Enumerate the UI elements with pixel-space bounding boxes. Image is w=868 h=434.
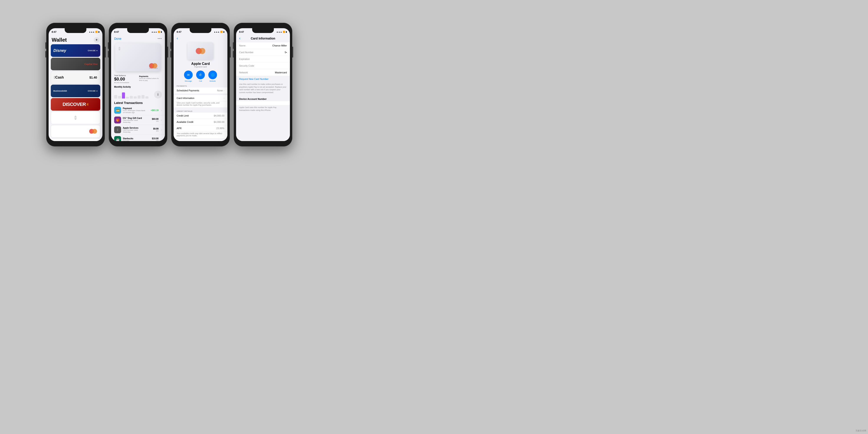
biz-debit-card[interactable]: BusinessDebit CHASE ♦ [51, 85, 100, 97]
transaction-dsg[interactable]: 🎁 CS * Dsg Gift Card Card Number Used Ye… [111, 115, 165, 125]
chevron-right-icon: › [224, 97, 224, 99]
signal-icon: ▲▲▲ [276, 31, 282, 33]
apple-sub: Card Number Used [123, 129, 152, 131]
battery-icon: ▮ [286, 31, 287, 33]
dsg-name: CS * Dsg Gift Card [123, 117, 150, 119]
call-action[interactable]: ✆ Call [196, 70, 205, 82]
samsclub-card[interactable]: Sam's Club [51, 138, 100, 141]
add-card-button[interactable]: + [94, 37, 99, 43]
power-button[interactable] [230, 46, 231, 58]
vol-up-button[interactable] [233, 42, 234, 49]
vol-down-button[interactable] [108, 51, 109, 58]
row-value: None [217, 89, 223, 92]
apr-note: Your available credit may take several d… [174, 131, 227, 140]
chevron-right-icon: › [161, 138, 162, 141]
pct-value: 3% [153, 130, 159, 132]
transaction-payment[interactable]: 💳 Payment From JPMorgan Chase Bank 14 mi… [111, 105, 165, 115]
card-information-row[interactable]: Card Information › [174, 95, 227, 101]
apple-card-small[interactable]:  [51, 112, 100, 124]
row-right: None › [217, 89, 224, 92]
power-button[interactable] [292, 46, 293, 58]
chase-logo: CHASE ♦ [88, 50, 98, 52]
dsg-time: Yesterday [123, 121, 150, 123]
website-action[interactable]: 🌐 Website [208, 70, 217, 82]
phone-3: 8:47 ▲▲▲ 📶 ▮ ‹ Apple Card Payment Card [171, 23, 230, 147]
message-action[interactable]: ✉ Message [184, 70, 193, 82]
credit-details-header: CREDIT DETAILS [174, 107, 227, 113]
apple-services-icon:  [114, 126, 121, 133]
bank-accounts-row[interactable]: Bank Accounts › [174, 140, 227, 141]
power-button[interactable] [167, 46, 168, 58]
notch [127, 28, 149, 33]
dan-row [236, 101, 290, 105]
row-right: › [224, 97, 224, 99]
transaction-apple[interactable]:  Apple Services Card Number Used Yester… [111, 125, 165, 135]
pct-value: 1% [152, 120, 159, 122]
vol-up-button[interactable] [170, 42, 171, 49]
mastercard-placeholder[interactable] [51, 125, 100, 137]
phone-1-screen: 8:47 ▲▲▲ 📶 ▮ Wallet + Disney CHASE ♦ Ca [49, 28, 102, 141]
website-icon: 🌐 [208, 70, 217, 79]
done-button[interactable]: Done [114, 37, 121, 40]
transaction-starbucks[interactable]: ☕ Starbucks Tuesday $10.00 2% › [111, 135, 165, 141]
call-icon: ✆ [196, 70, 205, 79]
vol-up-button[interactable] [45, 42, 46, 49]
payment-info: Payment From JPMorgan Chase Bank 14 minu… [123, 107, 149, 114]
discover-it-label: it [87, 103, 89, 106]
amount-value: $60.00 [152, 118, 159, 120]
status-time: 8:47 [114, 31, 119, 33]
credit-limit-value: $4,000.00 [214, 114, 224, 117]
vol-down-button[interactable] [45, 51, 46, 58]
more-options-button[interactable]: ··· [158, 36, 162, 41]
payments-info: Payments You'll be notified when it's ti… [139, 74, 162, 84]
top-bar: ‹ [174, 35, 227, 41]
wifi-icon: 📶 [158, 31, 160, 33]
apr-value: 23.99% [216, 127, 224, 129]
quick-actions: ✉ Message ✆ Call 🌐 Website [174, 69, 227, 84]
vol-down-button[interactable] [233, 51, 234, 58]
capital-one-card[interactable]: Capital One [51, 58, 100, 70]
available-credit-row: Available Credit $4,000.00 [174, 119, 227, 125]
disney-card[interactable]: Disney CHASE ♦ [51, 44, 100, 57]
info-button[interactable]: i [154, 91, 162, 98]
bar-1 [114, 95, 117, 98]
expiration-row: Expiration [236, 56, 290, 62]
back-button[interactable]: ‹ [177, 36, 178, 40]
monthly-activity-label: Monthly Activity [114, 86, 162, 88]
row-label: Scheduled Payments [177, 89, 199, 92]
back-button[interactable]: ‹ [239, 36, 241, 40]
screen-content: Wallet + Disney CHASE ♦ Capital One Cas… [49, 34, 102, 141]
status-time: 8:47 [52, 31, 56, 33]
starbucks-amount: $10.00 2% [152, 137, 159, 141]
call-label: Call [199, 80, 202, 82]
payment-amount: +$93.19 [151, 109, 158, 112]
notch [65, 28, 86, 33]
card-number-label: Card Number [239, 51, 253, 54]
apple-logo-on-card:  [119, 46, 157, 51]
dsg-sub: Card Number Used [123, 119, 150, 121]
transactions-label: Latest Transactions [111, 99, 165, 105]
network-label: Network [239, 71, 248, 74]
amount-value: $10.00 [152, 137, 159, 140]
power-button[interactable] [105, 46, 106, 58]
avail-credit-value: $4,000.00 [214, 121, 224, 123]
bar-3 [122, 92, 125, 98]
mastercard-label: mastercard [149, 67, 158, 69]
status-icons: ▲▲▲ 📶 ▮ [276, 31, 287, 33]
apple-cash-card[interactable]: Cash $1.40 [51, 71, 100, 84]
starbucks-info: Starbucks Tuesday [123, 137, 150, 141]
screen-content: ‹ Card Information Name Chance Miller Ca… [236, 34, 290, 141]
top-bar: ‹ Card Information [236, 35, 290, 41]
card-subtitle: Payment Card [174, 66, 227, 69]
dan-description: Apple Card uses this number for Apple Pa… [236, 105, 290, 114]
bar-5 [130, 96, 133, 98]
card-name: Apple Card [174, 61, 227, 66]
signal-icon: ▲▲▲ [214, 31, 220, 33]
vol-down-button[interactable] [170, 51, 171, 58]
chevron-right-icon: › [161, 109, 162, 112]
vol-up-button[interactable] [108, 42, 109, 49]
chase-biz-logo: CHASE ♦ [88, 90, 98, 92]
discover-card[interactable]: DISCOVER it [51, 98, 100, 111]
request-new-card-button[interactable]: Request New Card Number [236, 76, 290, 82]
scheduled-payments-row[interactable]: Scheduled Payments None › [174, 88, 227, 94]
